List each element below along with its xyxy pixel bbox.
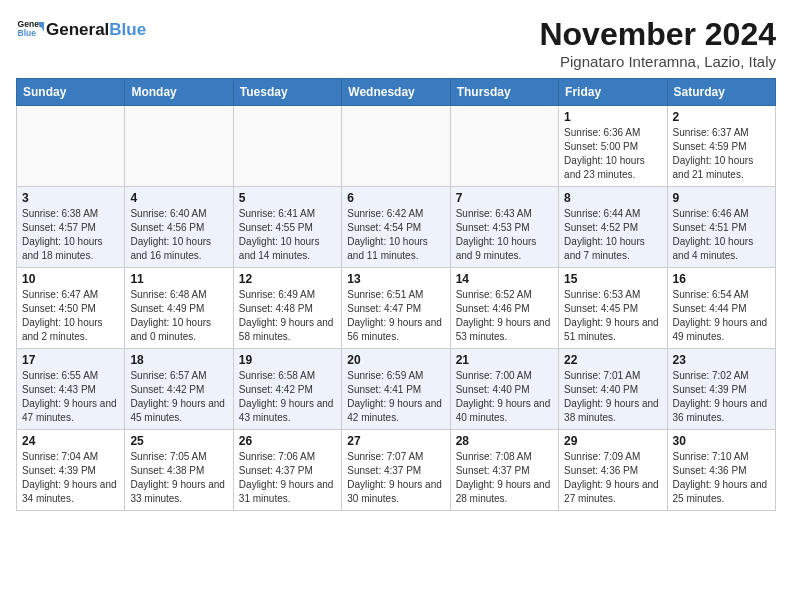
day-detail: Sunrise: 6:41 AM Sunset: 4:55 PM Dayligh… [239,207,336,263]
day-detail: Sunrise: 6:54 AM Sunset: 4:44 PM Dayligh… [673,288,770,344]
day-number: 2 [673,110,770,124]
day-number: 20 [347,353,444,367]
calendar-cell: 16Sunrise: 6:54 AM Sunset: 4:44 PM Dayli… [667,268,775,349]
day-detail: Sunrise: 6:58 AM Sunset: 4:42 PM Dayligh… [239,369,336,425]
weekday-header: Saturday [667,79,775,106]
day-detail: Sunrise: 7:04 AM Sunset: 4:39 PM Dayligh… [22,450,119,506]
calendar-week-row: 24Sunrise: 7:04 AM Sunset: 4:39 PM Dayli… [17,430,776,511]
calendar-week-row: 10Sunrise: 6:47 AM Sunset: 4:50 PM Dayli… [17,268,776,349]
day-detail: Sunrise: 6:36 AM Sunset: 5:00 PM Dayligh… [564,126,661,182]
calendar-cell: 19Sunrise: 6:58 AM Sunset: 4:42 PM Dayli… [233,349,341,430]
calendar-cell: 18Sunrise: 6:57 AM Sunset: 4:42 PM Dayli… [125,349,233,430]
calendar-cell [17,106,125,187]
day-detail: Sunrise: 6:52 AM Sunset: 4:46 PM Dayligh… [456,288,553,344]
day-number: 14 [456,272,553,286]
day-number: 30 [673,434,770,448]
calendar-cell: 27Sunrise: 7:07 AM Sunset: 4:37 PM Dayli… [342,430,450,511]
day-number: 3 [22,191,119,205]
day-detail: Sunrise: 6:57 AM Sunset: 4:42 PM Dayligh… [130,369,227,425]
calendar-cell: 24Sunrise: 7:04 AM Sunset: 4:39 PM Dayli… [17,430,125,511]
day-number: 6 [347,191,444,205]
day-detail: Sunrise: 6:42 AM Sunset: 4:54 PM Dayligh… [347,207,444,263]
weekday-header: Wednesday [342,79,450,106]
day-detail: Sunrise: 7:01 AM Sunset: 4:40 PM Dayligh… [564,369,661,425]
day-detail: Sunrise: 7:05 AM Sunset: 4:38 PM Dayligh… [130,450,227,506]
weekday-header: Friday [559,79,667,106]
calendar-cell: 9Sunrise: 6:46 AM Sunset: 4:51 PM Daylig… [667,187,775,268]
weekday-header: Monday [125,79,233,106]
day-number: 17 [22,353,119,367]
day-number: 13 [347,272,444,286]
calendar-cell: 3Sunrise: 6:38 AM Sunset: 4:57 PM Daylig… [17,187,125,268]
day-number: 19 [239,353,336,367]
day-number: 24 [22,434,119,448]
calendar-cell: 20Sunrise: 6:59 AM Sunset: 4:41 PM Dayli… [342,349,450,430]
day-number: 1 [564,110,661,124]
day-number: 23 [673,353,770,367]
day-number: 4 [130,191,227,205]
day-number: 10 [22,272,119,286]
day-detail: Sunrise: 6:49 AM Sunset: 4:48 PM Dayligh… [239,288,336,344]
day-detail: Sunrise: 6:38 AM Sunset: 4:57 PM Dayligh… [22,207,119,263]
day-number: 16 [673,272,770,286]
logo-blue: Blue [109,20,146,40]
day-detail: Sunrise: 6:43 AM Sunset: 4:53 PM Dayligh… [456,207,553,263]
day-detail: Sunrise: 7:08 AM Sunset: 4:37 PM Dayligh… [456,450,553,506]
day-number: 12 [239,272,336,286]
logo-general: General [46,20,109,40]
calendar-week-row: 1Sunrise: 6:36 AM Sunset: 5:00 PM Daylig… [17,106,776,187]
calendar-cell: 11Sunrise: 6:48 AM Sunset: 4:49 PM Dayli… [125,268,233,349]
day-detail: Sunrise: 6:48 AM Sunset: 4:49 PM Dayligh… [130,288,227,344]
calendar-cell: 8Sunrise: 6:44 AM Sunset: 4:52 PM Daylig… [559,187,667,268]
calendar-cell: 10Sunrise: 6:47 AM Sunset: 4:50 PM Dayli… [17,268,125,349]
calendar-cell: 26Sunrise: 7:06 AM Sunset: 4:37 PM Dayli… [233,430,341,511]
day-detail: Sunrise: 7:07 AM Sunset: 4:37 PM Dayligh… [347,450,444,506]
location-subtitle: Pignataro Interamna, Lazio, Italy [539,53,776,70]
month-title: November 2024 [539,16,776,53]
calendar-cell: 2Sunrise: 6:37 AM Sunset: 4:59 PM Daylig… [667,106,775,187]
day-number: 15 [564,272,661,286]
page-header: General Blue General Blue November 2024 … [16,16,776,70]
day-number: 18 [130,353,227,367]
calendar-cell: 12Sunrise: 6:49 AM Sunset: 4:48 PM Dayli… [233,268,341,349]
calendar-cell: 4Sunrise: 6:40 AM Sunset: 4:56 PM Daylig… [125,187,233,268]
calendar-cell: 14Sunrise: 6:52 AM Sunset: 4:46 PM Dayli… [450,268,558,349]
weekday-header-row: SundayMondayTuesdayWednesdayThursdayFrid… [17,79,776,106]
calendar-cell: 25Sunrise: 7:05 AM Sunset: 4:38 PM Dayli… [125,430,233,511]
calendar-table: SundayMondayTuesdayWednesdayThursdayFrid… [16,78,776,511]
day-number: 21 [456,353,553,367]
day-detail: Sunrise: 7:02 AM Sunset: 4:39 PM Dayligh… [673,369,770,425]
calendar-cell: 23Sunrise: 7:02 AM Sunset: 4:39 PM Dayli… [667,349,775,430]
calendar-cell: 28Sunrise: 7:08 AM Sunset: 4:37 PM Dayli… [450,430,558,511]
day-detail: Sunrise: 6:46 AM Sunset: 4:51 PM Dayligh… [673,207,770,263]
day-number: 11 [130,272,227,286]
day-detail: Sunrise: 7:10 AM Sunset: 4:36 PM Dayligh… [673,450,770,506]
day-detail: Sunrise: 6:51 AM Sunset: 4:47 PM Dayligh… [347,288,444,344]
title-block: November 2024 Pignataro Interamna, Lazio… [539,16,776,70]
calendar-cell: 21Sunrise: 7:00 AM Sunset: 4:40 PM Dayli… [450,349,558,430]
weekday-header: Tuesday [233,79,341,106]
calendar-cell: 5Sunrise: 6:41 AM Sunset: 4:55 PM Daylig… [233,187,341,268]
calendar-cell: 7Sunrise: 6:43 AM Sunset: 4:53 PM Daylig… [450,187,558,268]
calendar-cell [450,106,558,187]
day-detail: Sunrise: 6:59 AM Sunset: 4:41 PM Dayligh… [347,369,444,425]
calendar-cell: 17Sunrise: 6:55 AM Sunset: 4:43 PM Dayli… [17,349,125,430]
calendar-cell: 13Sunrise: 6:51 AM Sunset: 4:47 PM Dayli… [342,268,450,349]
day-number: 29 [564,434,661,448]
logo-icon: General Blue [16,16,44,44]
day-number: 25 [130,434,227,448]
day-detail: Sunrise: 7:06 AM Sunset: 4:37 PM Dayligh… [239,450,336,506]
calendar-cell [125,106,233,187]
logo: General Blue General Blue [16,16,146,44]
day-detail: Sunrise: 6:37 AM Sunset: 4:59 PM Dayligh… [673,126,770,182]
day-detail: Sunrise: 6:53 AM Sunset: 4:45 PM Dayligh… [564,288,661,344]
day-number: 7 [456,191,553,205]
calendar-cell [342,106,450,187]
day-detail: Sunrise: 7:09 AM Sunset: 4:36 PM Dayligh… [564,450,661,506]
day-number: 27 [347,434,444,448]
day-detail: Sunrise: 6:40 AM Sunset: 4:56 PM Dayligh… [130,207,227,263]
calendar-cell: 6Sunrise: 6:42 AM Sunset: 4:54 PM Daylig… [342,187,450,268]
day-detail: Sunrise: 6:55 AM Sunset: 4:43 PM Dayligh… [22,369,119,425]
day-number: 8 [564,191,661,205]
svg-text:Blue: Blue [18,28,37,38]
